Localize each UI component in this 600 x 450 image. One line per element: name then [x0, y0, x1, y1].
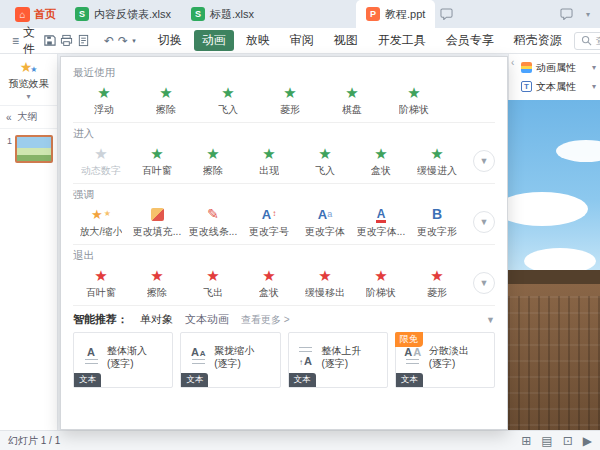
text-properties-button[interactable]: T 文本属性 ▾ — [521, 77, 596, 96]
ribbon-tab-devtools[interactable]: 开发工具 — [370, 30, 434, 51]
anim-item[interactable]: 阶梯状 — [383, 83, 445, 117]
slide-thumbnail-list: 1 — [0, 129, 57, 169]
anim-item[interactable]: 放大/缩小 — [73, 205, 129, 239]
smart-recommend-label: 智能推荐： — [73, 312, 128, 327]
anim-item[interactable]: 擦除 — [129, 266, 185, 300]
entrance-star-icon — [430, 144, 443, 162]
anim-item[interactable]: 更改字形 — [409, 205, 465, 239]
animation-properties-button[interactable]: 动画属性 ▾ — [521, 58, 596, 77]
anim-item[interactable]: 菱形 — [409, 266, 465, 300]
doc-tab[interactable]: S 内容反馈表.xlsx — [65, 0, 181, 28]
doc-tab-active[interactable]: P 教程.ppt — [356, 0, 435, 28]
smart-tab-text-animation[interactable]: 文本动画 — [185, 312, 229, 327]
expand-entrance-button[interactable]: ▼ — [473, 150, 495, 172]
redo-dropdown-icon[interactable]: ▾ — [132, 33, 136, 49]
font-family-icon — [318, 205, 332, 223]
expand-exit-button[interactable]: ▼ — [473, 272, 495, 294]
ribbon-tab-review[interactable]: 审阅 — [282, 30, 322, 51]
card-sub: (逐字) — [322, 358, 349, 369]
ribbon-tab-view[interactable]: 视图 — [326, 30, 366, 51]
card-sub: (逐字) — [107, 358, 134, 369]
chevron-down-icon: ▼ — [480, 156, 489, 166]
preview-effect-button[interactable]: ★★ 预览效果 ▾ — [0, 54, 57, 106]
smart-card[interactable]: 限免 AA 分散淡出 (逐字) 文本 — [395, 332, 495, 388]
slide-canvas[interactable] — [508, 100, 600, 430]
slideshow-icon[interactable]: ▶ — [583, 435, 592, 447]
left-rail: ★★ 预览效果 ▾ « 大纲 1 — [0, 54, 58, 430]
anim-item[interactable]: 飞入 — [197, 83, 259, 117]
anim-item[interactable]: 飞入 — [297, 144, 353, 178]
ribbon-tab-transition[interactable]: 切换 — [150, 30, 190, 51]
anim-item[interactable]: 棋盘 — [321, 83, 383, 117]
ribbon-tab-member[interactable]: 会员专享 — [438, 30, 502, 51]
ribbon-tab-slideshow[interactable]: 放映 — [238, 30, 278, 51]
feedback-bubble-icon[interactable] — [558, 6, 576, 22]
view-switcher-group: ⊞ ▤ ⊡ ▶ — [521, 435, 592, 447]
anim-item[interactable]: 菱形 — [259, 83, 321, 117]
slide-thumbnail-item[interactable]: 1 — [3, 135, 54, 163]
card-title: 聚拢缩小 — [214, 345, 254, 356]
file-menu-button[interactable]: ≡ 文件 — [8, 24, 39, 58]
anim-item[interactable]: 百叶窗 — [129, 144, 185, 178]
slide-sorter-icon[interactable]: ⊞ — [521, 435, 531, 447]
anim-item[interactable]: 阶梯状 — [353, 266, 409, 300]
collapse-panel-icon[interactable]: « — [6, 112, 12, 123]
collapse-smart-icon[interactable]: ▼ — [486, 315, 495, 325]
presentation-file-icon: P — [366, 7, 380, 21]
text-anim-icon: AA — [402, 347, 424, 367]
anim-item[interactable]: 擦除 — [135, 83, 197, 117]
search-command-box[interactable]: 查找命令 — [574, 32, 600, 50]
anim-item[interactable]: 更改填充... — [129, 205, 185, 239]
anim-item[interactable]: 缓慢移出 — [297, 266, 353, 300]
text-tag-badge: 文本 — [181, 373, 208, 387]
ribbon-tab-animation[interactable]: 动画 — [194, 30, 234, 51]
smart-card[interactable]: ↑A 整体上升 (逐字) 文本 — [288, 332, 388, 388]
chevron-down-icon: ▾ — [26, 92, 30, 101]
smart-card[interactable]: A 整体渐入 (逐字) 文本 — [73, 332, 173, 388]
slide-thumbnail-image[interactable] — [15, 135, 53, 163]
home-label: 首页 — [34, 7, 56, 22]
print-preview-icon[interactable] — [77, 33, 90, 49]
anim-item[interactable]: 更改字体 — [297, 205, 353, 239]
anim-item[interactable]: 出现 — [241, 144, 297, 178]
collapse-pane-icon[interactable]: ‹ — [511, 57, 514, 68]
print-icon[interactable] — [60, 33, 73, 49]
anim-item[interactable]: 盒状 — [241, 266, 297, 300]
anim-item[interactable]: 更改字号 — [241, 205, 297, 239]
emphasis-row: 放大/缩小 更改填充... 更改线条... 更改字号 更改字体 更改字体... … — [73, 205, 495, 239]
chevron-down-icon: ▼ — [480, 278, 489, 288]
doc-tab[interactable]: S 标题.xlsx — [181, 0, 264, 28]
anim-item[interactable]: 浮动 — [73, 83, 135, 117]
anim-item[interactable]: 百叶窗 — [73, 266, 129, 300]
exit-row: 百叶窗 擦除 飞出 盒状 缓慢移出 阶梯状 菱形 ▼ — [73, 266, 495, 300]
see-more-link[interactable]: 查看更多 > — [241, 313, 290, 327]
save-icon[interactable] — [43, 33, 56, 49]
entrance-star-icon — [97, 83, 110, 101]
card-title: 分散淡出 — [429, 345, 469, 356]
redo-icon[interactable]: ↷ — [118, 33, 128, 49]
expand-emphasis-button[interactable]: ▼ — [473, 211, 495, 233]
card-sub: (逐字) — [214, 358, 241, 369]
animation-properties-icon — [521, 62, 532, 73]
anim-item[interactable]: 更改字体... — [353, 205, 409, 239]
ribbon-tab-docer[interactable]: 稻壳资源 — [506, 30, 570, 51]
smart-tab-single-object[interactable]: 单对象 — [140, 312, 173, 327]
anim-item[interactable]: 擦除 — [185, 144, 241, 178]
entrance-star-icon — [206, 144, 219, 162]
titlebar-chevron-icon[interactable]: ▾ — [586, 10, 590, 19]
anim-item[interactable]: 飞出 — [185, 266, 241, 300]
smart-card[interactable]: AA 聚拢缩小 (逐字) 文本 — [180, 332, 280, 388]
reading-view-icon[interactable]: ⊡ — [563, 435, 573, 447]
spreadsheet-file-icon: S — [75, 7, 89, 21]
undo-icon[interactable]: ↶ — [104, 33, 114, 49]
anim-item[interactable]: 更改线条... — [185, 205, 241, 239]
font-size-icon — [262, 205, 276, 223]
anim-item[interactable]: 缓慢进入 — [409, 144, 465, 178]
normal-view-icon[interactable]: ▤ — [541, 435, 552, 447]
file-menu-label: 文件 — [23, 24, 35, 58]
exit-star-icon — [150, 266, 163, 284]
anim-item[interactable]: 盒状 — [353, 144, 409, 178]
smart-cards-row: A 整体渐入 (逐字) 文本 AA 聚拢缩小 (逐字) 文本 — [73, 332, 495, 388]
entrance-star-icon — [345, 83, 358, 101]
tab-comment-icon[interactable] — [437, 6, 455, 22]
